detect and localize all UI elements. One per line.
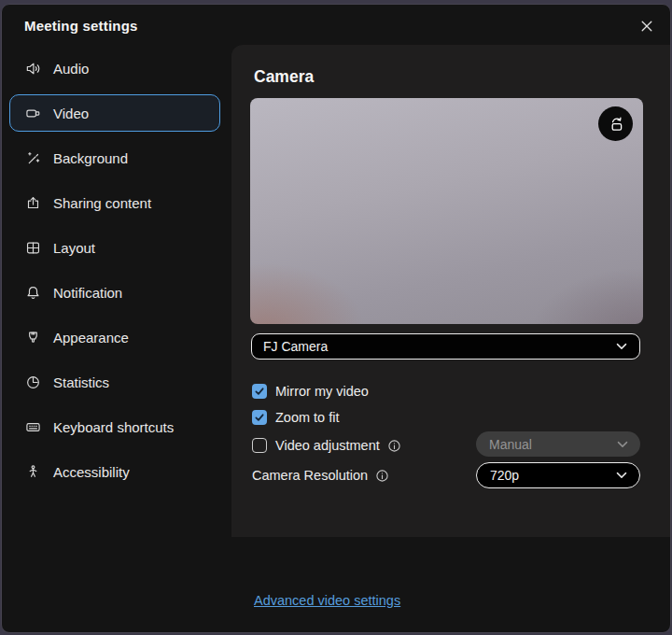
camera-resolution-row: Camera Resolution xyxy=(252,465,389,486)
accessibility-person-icon xyxy=(25,464,41,480)
sidebar-item-sharing-content[interactable]: Sharing content xyxy=(9,184,220,221)
meeting-settings-window: Meeting settings Audio Video Background xyxy=(1,4,671,633)
checkmark-icon xyxy=(254,412,265,423)
sidebar-item-label: Background xyxy=(53,150,128,166)
camera-resolution-value: 720p xyxy=(490,468,519,483)
sidebar-item-statistics[interactable]: Statistics xyxy=(9,363,220,401)
sidebar-item-background[interactable]: Background xyxy=(9,139,220,176)
sidebar-item-layout[interactable]: Layout xyxy=(9,229,220,266)
sidebar-item-label: Keyboard shortcuts xyxy=(53,419,174,435)
window-title: Meeting settings xyxy=(24,5,138,46)
close-button[interactable] xyxy=(633,12,661,40)
flip-camera-button[interactable] xyxy=(598,106,633,141)
checkmark-icon xyxy=(254,386,265,397)
camera-resolution-label: Camera Resolution xyxy=(252,468,368,483)
zoom-to-fit-checkbox[interactable] xyxy=(252,410,267,425)
sidebar-item-appearance[interactable]: Appearance xyxy=(9,318,220,356)
chevron-down-icon xyxy=(616,472,627,479)
video-adjustment-mode-select: Manual xyxy=(476,431,640,457)
video-adjustment-mode-value: Manual xyxy=(489,437,532,452)
chevron-down-icon xyxy=(616,343,627,350)
sidebar-item-label: Audio xyxy=(53,61,89,77)
sidebar-item-label: Sharing content xyxy=(53,195,151,211)
sidebar-item-label: Notification xyxy=(53,285,122,301)
info-icon[interactable] xyxy=(387,439,401,453)
sidebar-item-label: Statistics xyxy=(53,374,109,390)
close-icon xyxy=(640,20,653,33)
sidebar-item-audio[interactable]: Audio xyxy=(9,49,220,87)
sidebar-item-label: Appearance xyxy=(53,330,129,346)
sidebar-item-label: Accessibility xyxy=(53,464,130,480)
camera-preview xyxy=(250,98,643,324)
camera-resolution-select[interactable]: 720p xyxy=(476,462,640,488)
mirror-video-row: Mirror my video xyxy=(252,381,369,402)
video-settings-panel: Camera FJ Camera Mirror my video xyxy=(231,45,670,537)
bell-icon xyxy=(25,285,41,301)
sidebar: Audio Video Background Sharing content L… xyxy=(2,46,231,632)
camera-select[interactable]: FJ Camera xyxy=(251,333,640,360)
keyboard-icon xyxy=(25,419,41,435)
flip-camera-icon xyxy=(607,115,625,134)
checkbox-label: Video adjustment xyxy=(275,438,380,453)
sidebar-item-notification[interactable]: Notification xyxy=(9,274,220,311)
advanced-video-settings-link[interactable]: Advanced video settings xyxy=(254,593,400,608)
magic-wand-icon xyxy=(25,150,41,166)
video-adjustment-row: Video adjustment xyxy=(252,435,401,456)
chevron-down-icon xyxy=(617,441,628,448)
info-icon[interactable] xyxy=(375,469,389,483)
paintbrush-icon xyxy=(25,330,41,346)
speaker-icon xyxy=(25,61,41,77)
sidebar-item-video[interactable]: Video xyxy=(9,94,220,132)
statistics-pie-icon xyxy=(25,374,41,390)
section-title: Camera xyxy=(254,67,314,87)
sidebar-item-label: Video xyxy=(53,106,89,121)
sidebar-item-keyboard-shortcuts[interactable]: Keyboard shortcuts xyxy=(9,408,220,445)
layout-grid-icon xyxy=(25,240,41,256)
video-adjustment-checkbox[interactable] xyxy=(252,438,267,453)
checkbox-label: Zoom to fit xyxy=(275,410,340,425)
mirror-video-checkbox[interactable] xyxy=(252,384,267,399)
video-camera-icon xyxy=(25,106,41,121)
camera-select-value: FJ Camera xyxy=(263,339,328,354)
zoom-to-fit-row: Zoom to fit xyxy=(252,407,340,428)
titlebar: Meeting settings xyxy=(2,5,670,46)
sidebar-item-label: Layout xyxy=(53,240,95,256)
checkbox-label: Mirror my video xyxy=(275,384,369,399)
sidebar-item-accessibility[interactable]: Accessibility xyxy=(9,453,220,490)
share-content-icon xyxy=(25,195,41,211)
